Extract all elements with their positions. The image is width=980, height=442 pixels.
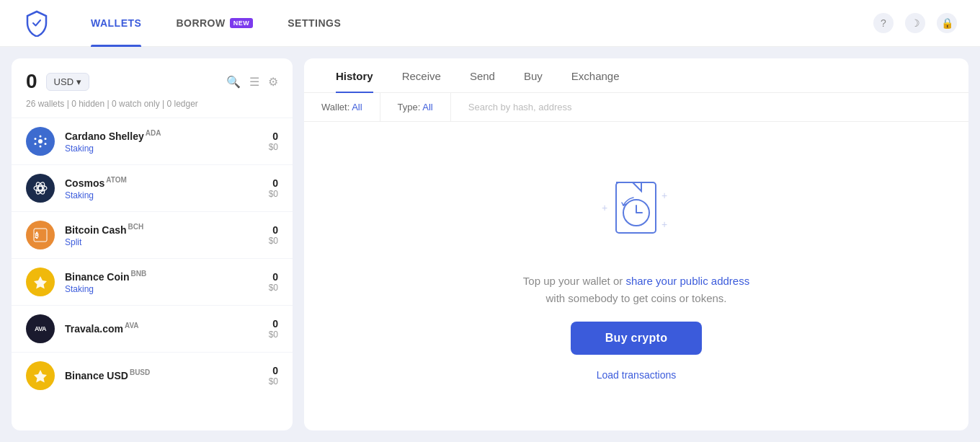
busd-info: Binance USDBUSD	[65, 368, 259, 383]
empty-text: Top up your wallet or share your public …	[523, 273, 749, 307]
svg-point-7	[38, 186, 43, 190]
currency-selector[interactable]: USD ▾	[46, 73, 89, 91]
share-address-link[interactable]: share your public address	[625, 275, 749, 287]
svg-marker-13	[34, 276, 47, 289]
bnb-name: Binance CoinBNB	[65, 270, 259, 283]
load-transactions-link[interactable]: Load transactions	[597, 369, 677, 381]
svg-point-2	[40, 146, 42, 148]
header-icons: ? ☽ 🔒	[873, 13, 957, 33]
wallet-header: 0 USD ▾ 🔍 ☰ ⚙	[12, 58, 293, 99]
search-field[interactable]: Search by hash, address	[451, 93, 968, 121]
wallet-item-bch[interactable]: ₿ Bitcoin CashBCH Split 0 $0	[12, 211, 293, 258]
wallet-meta: 26 wallets | 0 hidden | 0 watch only | 0…	[12, 99, 293, 118]
ada-name: Cardano ShelleyADA	[65, 129, 259, 142]
bnb-balance: 0 $0	[269, 271, 278, 293]
tab-history[interactable]: History	[321, 58, 388, 92]
atom-balance: 0 $0	[269, 177, 278, 199]
search-icon[interactable]: 🔍	[226, 75, 241, 89]
question-icon[interactable]: ?	[873, 13, 894, 33]
bnb-sub: Staking	[65, 284, 259, 294]
wallet-item-ada[interactable]: Cardano ShelleyADA Staking 0 $0	[12, 118, 293, 164]
bch-sub: Split	[65, 237, 259, 247]
svg-marker-14	[34, 370, 47, 383]
bnb-info: Binance CoinBNB Staking	[65, 270, 259, 294]
bch-icon: ₿	[26, 221, 55, 249]
type-filter[interactable]: Type: All	[380, 93, 451, 121]
empty-state: + + + Top up your wallet or share your	[304, 122, 968, 430]
wallet-item-busd[interactable]: Binance USDBUSD 0 $0	[12, 352, 293, 399]
svg-point-3	[35, 138, 37, 140]
new-badge: NEW	[230, 18, 254, 28]
svg-point-5	[35, 143, 37, 145]
atom-sub: Staking	[65, 190, 259, 200]
atom-name: CosmosATOM	[65, 176, 259, 189]
tab-receive[interactable]: Receive	[388, 58, 455, 92]
ava-name: Travala.comAVA	[65, 322, 259, 335]
left-panel: 0 USD ▾ 🔍 ☰ ⚙ 26 wallets | 0 hidden | 0 …	[12, 58, 293, 430]
chevron-down-icon: ▾	[76, 76, 81, 87]
moon-icon[interactable]: ☽	[905, 13, 925, 33]
svg-point-4	[45, 138, 47, 140]
svg-text:+: +	[662, 218, 667, 230]
tab-send[interactable]: Send	[455, 58, 509, 92]
filter-bar: Wallet: All Type: All Search by hash, ad…	[304, 93, 968, 122]
ava-info: Travala.comAVA	[65, 322, 259, 336]
bnb-icon	[26, 268, 55, 296]
wallet-list: Cardano ShelleyADA Staking 0 $0	[12, 118, 293, 430]
wallet-item-atom[interactable]: CosmosATOM Staking 0 $0	[12, 164, 293, 211]
busd-icon	[26, 361, 55, 390]
ada-icon	[26, 127, 55, 156]
ava-balance: 0 $0	[269, 318, 278, 340]
bch-balance: 0 $0	[269, 224, 278, 246]
ada-sub: Staking	[65, 143, 259, 154]
settings-icon[interactable]: ⚙	[268, 75, 278, 89]
right-panel: History Receive Send Buy Exchange Wallet…	[304, 58, 968, 430]
nav-settings[interactable]: SETTINGS	[270, 0, 358, 47]
svg-point-1	[40, 136, 42, 138]
nav-borrow[interactable]: BORROW NEW	[159, 0, 270, 47]
ada-balance: 0 $0	[269, 131, 278, 152]
bch-name: Bitcoin CashBCH	[65, 223, 259, 236]
svg-text:₿: ₿	[35, 231, 39, 239]
ada-info: Cardano ShelleyADA Staking	[65, 129, 259, 154]
filter-icon[interactable]: ☰	[249, 75, 259, 89]
tabs-bar: History Receive Send Buy Exchange	[304, 58, 968, 93]
logo-icon[interactable]	[23, 9, 50, 37]
main-content: 0 USD ▾ 🔍 ☰ ⚙ 26 wallets | 0 hidden | 0 …	[0, 47, 980, 442]
lock-icon[interactable]: 🔒	[937, 13, 957, 33]
svg-text:+: +	[602, 202, 607, 213]
atom-info: CosmosATOM Staking	[65, 176, 259, 200]
atom-icon	[26, 174, 55, 203]
tab-buy[interactable]: Buy	[509, 58, 557, 92]
history-illustration: + + +	[593, 172, 680, 258]
wallet-actions: 🔍 ☰ ⚙	[226, 75, 278, 89]
busd-balance: 0 $0	[269, 365, 278, 386]
buy-crypto-button[interactable]: Buy crypto	[571, 322, 703, 355]
wallet-item-ava[interactable]: AVA Travala.comAVA 0 $0	[12, 305, 293, 352]
bch-info: Bitcoin CashBCH Split	[65, 223, 259, 247]
ava-icon: AVA	[26, 314, 55, 343]
svg-point-6	[45, 143, 47, 145]
nav-wallets[interactable]: WALLETS	[74, 0, 159, 47]
header: WALLETS BORROW NEW SETTINGS ? ☽ 🔒	[0, 0, 980, 47]
balance-amount: 0	[26, 70, 37, 93]
svg-text:+: +	[662, 190, 667, 201]
nav: WALLETS BORROW NEW SETTINGS	[74, 0, 873, 47]
wallet-item-bnb[interactable]: Binance CoinBNB Staking 0 $0	[12, 258, 293, 305]
busd-name: Binance USDBUSD	[65, 368, 259, 381]
svg-point-0	[38, 139, 43, 143]
wallet-filter[interactable]: Wallet: All	[304, 93, 380, 121]
tab-exchange[interactable]: Exchange	[557, 58, 634, 92]
